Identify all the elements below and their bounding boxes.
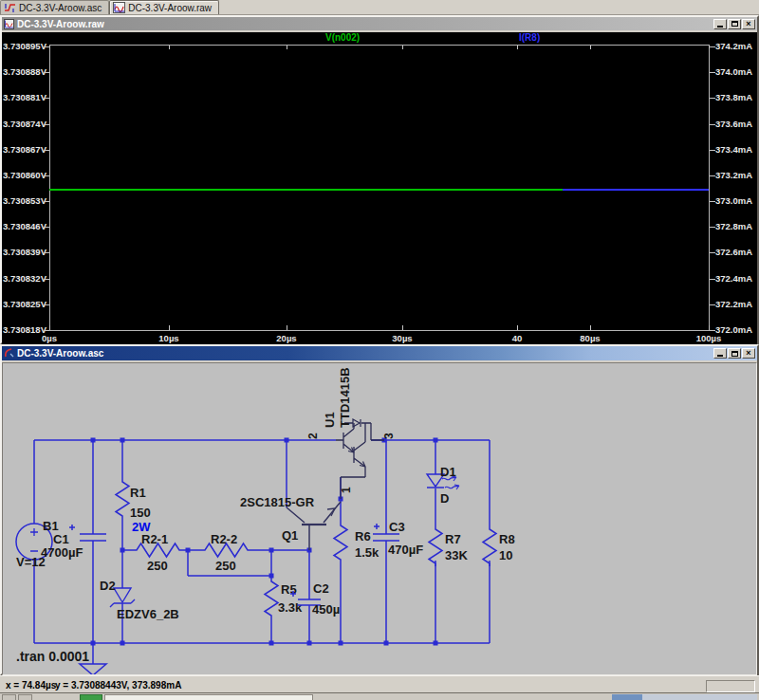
u1-pin-1: 1 — [340, 487, 353, 493]
maximize-icon — [731, 21, 738, 27]
close-icon: × — [746, 20, 750, 28]
y-axis-left-tick — [44, 227, 49, 228]
svg-text:C1: C1 — [53, 532, 69, 546]
taskbar-item[interactable] — [104, 694, 313, 700]
component-D1[interactable]: D1 D — [427, 465, 459, 506]
y-axis-right-tick — [710, 72, 715, 73]
tab-schematic-file[interactable]: DC-3.3V-Aroow.asc — [0, 0, 109, 14]
component-R6[interactable]: R6 1.5k — [334, 523, 380, 562]
taskbar-app-icon[interactable] — [80, 694, 102, 700]
u1-pin-2: 2 — [306, 433, 320, 439]
y-axis-left-tick — [44, 72, 49, 73]
y-axis-left-label: 3.730860V — [2, 171, 46, 180]
y-axis-left-tick — [44, 150, 49, 151]
svg-text:R2-2: R2-2 — [211, 532, 237, 546]
y-axis-left-label: 3.730853V — [2, 196, 46, 206]
y-axis-left-label: 3.730846V — [2, 222, 46, 231]
svg-text:C3: C3 — [389, 520, 405, 534]
component-R2-1[interactable]: R2-1 250 — [134, 532, 182, 573]
y-axis-right-label: 373.6mA — [715, 120, 752, 129]
x-axis-tick — [49, 325, 50, 330]
plot-frame — [49, 45, 710, 331]
ltspice-app: DC-3.3V-Aroow.asc DC-3.3V-Aroow.raw DC-3… — [0, 0, 759, 700]
y-axis-left-tick — [44, 252, 49, 253]
minimize-button[interactable] — [713, 348, 727, 359]
svg-text:Q1: Q1 — [282, 528, 298, 543]
taskbar-segment — [642, 694, 757, 700]
x-axis-label: 20µs — [268, 333, 305, 343]
x-axis-label: 0µs — [30, 333, 68, 343]
x-axis-label: 30µs — [383, 333, 421, 343]
status-bar: x = 74.84µs y = 3.73088443V, 373.898mA — [0, 675, 759, 692]
svg-text:B1: B1 — [43, 519, 59, 533]
schematic-canvas[interactable]: B1 V=12 C1 4700µF R1 150 2W — [2, 362, 757, 675]
y-axis-left-label: 3.730839V — [2, 248, 46, 257]
component-R8[interactable]: R8 10 — [483, 526, 515, 566]
x-axis-tick-top — [402, 46, 403, 49]
y-axis-right-label: 372.4mA — [715, 274, 752, 284]
legend-ir8[interactable]: I(R8) — [519, 32, 540, 43]
y-axis-right-label: 373.4mA — [715, 145, 752, 155]
schematic-titlebar[interactable]: DC-3.3V-Aroow.asc × — [2, 346, 757, 360]
component-R1[interactable]: R1 150 2W — [116, 479, 151, 534]
taskbar-button[interactable] — [18, 694, 32, 700]
taskbar-strip — [0, 692, 759, 700]
ground-symbol[interactable] — [80, 664, 106, 674]
component-R5[interactable]: R5 3.3k — [265, 579, 303, 618]
x-axis-tick — [169, 325, 170, 330]
tab-waveform-file[interactable]: DC-3.3V-Aroow.raw — [109, 0, 219, 14]
svg-text:D: D — [440, 491, 449, 506]
y-axis-left-tick — [44, 98, 49, 99]
svg-text:250: 250 — [215, 559, 236, 573]
waveform-titlebar[interactable]: DC-3.3V-Aroow.raw × — [2, 17, 757, 30]
y-axis-right-tick — [710, 175, 715, 176]
x-axis-tick — [287, 325, 287, 330]
svg-text:470µF: 470µF — [388, 543, 423, 557]
y-axis-right-tick — [710, 150, 715, 151]
svg-text:R2-1: R2-1 — [141, 532, 168, 546]
y-axis-right-tick — [710, 124, 715, 125]
waveform-plot[interactable]: V(n002) I(R8) 3.730895V3.730888V3.730881… — [2, 32, 757, 344]
component-R7[interactable]: R7 33K — [429, 526, 468, 566]
minimize-icon — [717, 355, 723, 357]
component-B1[interactable]: B1 V=12 — [16, 519, 59, 569]
y-axis-left-tick — [44, 124, 49, 125]
y-axis-right-label: 372.2mA — [715, 300, 752, 309]
taskbar-button[interactable] — [2, 694, 16, 700]
schematic-window-title: DC-3.3V-Aroow.asc — [17, 348, 711, 359]
y-axis-right-label: 373.0mA — [715, 196, 752, 206]
taskbar-segment[interactable] — [612, 694, 642, 700]
y-axis-right-tick — [710, 227, 715, 228]
svg-text:U1: U1 — [323, 412, 337, 428]
y-axis-right-label: 373.8mA — [715, 93, 752, 102]
tab-label: DC-3.3V-Aroow.raw — [128, 3, 212, 13]
svg-text:EDZV6_2B: EDZV6_2B — [117, 607, 179, 621]
svg-text:4700µF: 4700µF — [41, 545, 83, 560]
y-axis-left-tick — [44, 279, 49, 280]
component-C3[interactable]: C3 470µF — [373, 520, 423, 557]
close-button[interactable]: × — [742, 19, 755, 29]
maximize-button[interactable] — [728, 348, 741, 359]
svg-text:10: 10 — [499, 548, 512, 562]
y-axis-left-tick — [44, 304, 49, 305]
component-Q1[interactable]: 2SC1815-GR Q1 — [240, 495, 341, 550]
y-axis-right-tick — [710, 252, 715, 253]
y-axis-left-tick — [44, 330, 49, 331]
svg-text:150: 150 — [130, 506, 151, 520]
x-axis-tick — [709, 325, 710, 330]
legend-vn002[interactable]: V(n002) — [325, 32, 360, 43]
component-U1[interactable]: U1 TTD1415B 2 3 1 — [306, 367, 396, 499]
component-R2-2[interactable]: R2-2 250 — [202, 532, 250, 573]
svg-text:R7: R7 — [445, 532, 461, 546]
x-axis-tick — [590, 325, 591, 330]
trace-vn002 — [49, 189, 563, 191]
spice-directive[interactable]: .tran 0.0001 — [16, 649, 89, 664]
component-D2[interactable]: D2 EDZV6_2B — [100, 579, 179, 621]
minimize-button[interactable] — [713, 19, 727, 29]
svg-text:R8: R8 — [499, 532, 515, 546]
close-button[interactable]: × — [742, 348, 755, 359]
x-axis-tick — [402, 325, 403, 330]
tab-label: DC-3.3V-Aroow.asc — [19, 3, 102, 13]
x-axis-label: 10µs — [150, 333, 188, 343]
maximize-button[interactable] — [728, 19, 741, 29]
